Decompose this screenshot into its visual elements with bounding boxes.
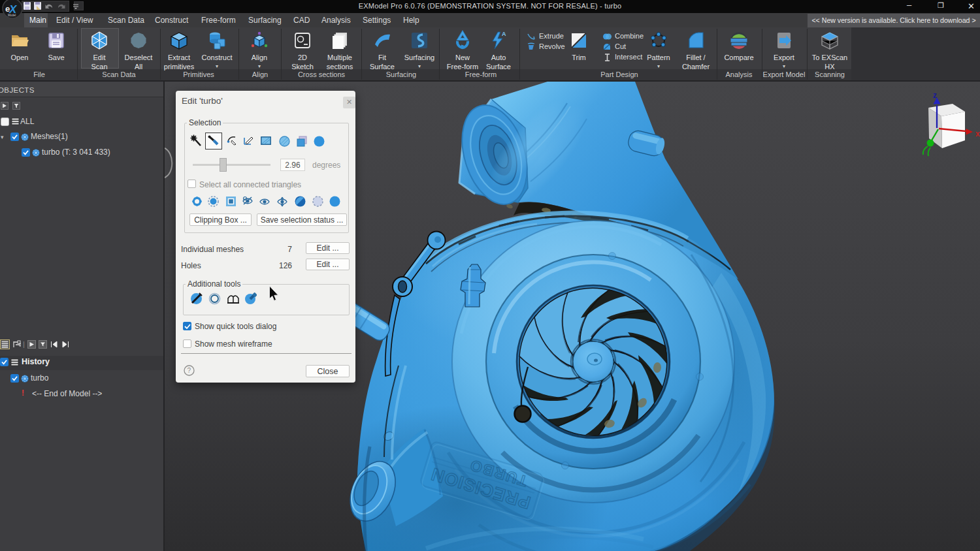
svg-text:A: A	[502, 31, 506, 37]
svg-text:z: z	[933, 91, 937, 100]
svg-text:?: ?	[188, 367, 191, 374]
svg-text:x: x	[975, 129, 980, 138]
svg-text:Model: Model	[8, 14, 16, 17]
